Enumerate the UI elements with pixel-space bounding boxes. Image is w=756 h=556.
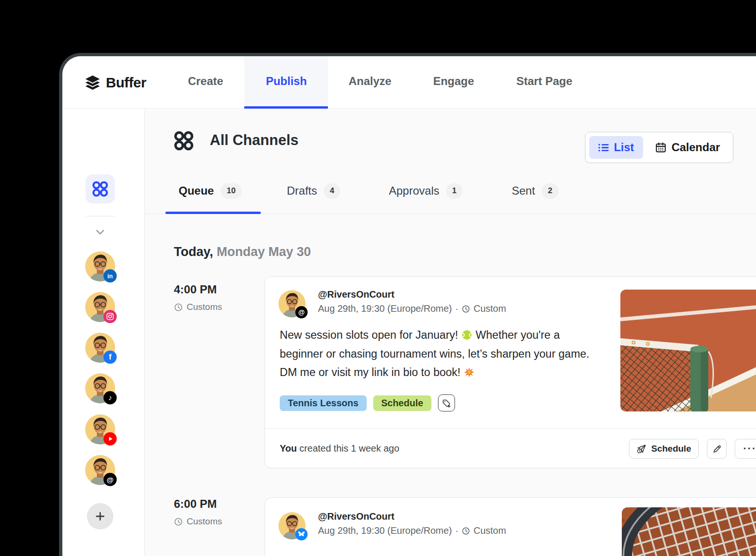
tag-row: Tennis Lessons Schedule [280, 394, 455, 411]
page-title: All Channels [210, 132, 299, 149]
pencil-icon [712, 444, 722, 454]
app-window: Buffer Create Publish Analyze Engage Sta… [59, 53, 756, 556]
channel-facebook[interactable]: f [85, 333, 115, 363]
tennis-ball-emoji [461, 329, 472, 341]
channel-instagram[interactable] [85, 292, 115, 322]
slot-label-text: Customs [187, 302, 222, 312]
tab-sent-label: Sent [512, 184, 535, 197]
clock-icon [174, 303, 183, 312]
day-heading-today: Today, [174, 245, 213, 259]
tab-queue[interactable]: Queue 10 [179, 180, 242, 202]
collision-emoji [464, 367, 475, 378]
add-tag-button[interactable] [438, 394, 455, 411]
channel-sidebar: in f ♪ [62, 109, 145, 556]
created-text: created this 1 week ago [297, 443, 399, 453]
linkedin-icon: in [103, 269, 117, 282]
tab-approvals[interactable]: Approvals 1 [389, 180, 463, 202]
post-meta: Aug 29th, 19:30 (Europe/Rome) · Custom [318, 525, 506, 536]
schedule-button-label: Schedule [651, 444, 691, 454]
tag-schedule[interactable]: Schedule [373, 395, 431, 411]
post-date: Aug 29th, 19:30 (Europe/Rome) [318, 303, 452, 314]
plus-icon [94, 510, 106, 522]
brand-name: Buffer [106, 75, 146, 91]
channels-grid-icon [92, 181, 108, 197]
post-card-footer: You created this 1 week ago Schedule ··· [265, 428, 756, 469]
add-channel-button[interactable] [87, 503, 113, 530]
meta-dot: · [455, 303, 459, 314]
calendar-view-button[interactable]: Calendar [646, 136, 729, 159]
tab-approvals-label: Approvals [389, 184, 439, 197]
channel-linkedin[interactable]: in [85, 251, 115, 282]
schedule-type: Custom [473, 525, 506, 536]
buffer-logo-icon [84, 74, 101, 91]
nav-item-engage[interactable]: Engage [433, 56, 474, 106]
clock-icon [174, 517, 183, 526]
tag-plus-icon [441, 398, 451, 408]
created-info: You created this 1 week ago [280, 443, 399, 454]
tab-drafts-count: 4 [324, 183, 340, 199]
list-icon [598, 143, 609, 152]
tiktok-icon: ♪ [103, 391, 117, 404]
nav-item-analyze[interactable]: Analyze [349, 56, 392, 106]
tab-queue-label: Queue [179, 184, 214, 197]
slot-time: 6:00 PM [174, 497, 217, 511]
nav-item-create[interactable]: Create [188, 56, 223, 106]
tab-drafts-label: Drafts [287, 184, 317, 197]
active-tab-underline [165, 212, 261, 214]
all-channels-button[interactable] [86, 174, 115, 204]
post-body: New session slots open for January! Whet… [280, 326, 606, 382]
day-heading: Today, Monday May 30 [174, 245, 311, 259]
post-avatar [278, 512, 306, 539]
edit-button[interactable] [707, 439, 727, 459]
bluesky-icon [295, 528, 308, 540]
tab-drafts[interactable]: Drafts 4 [287, 180, 340, 202]
clock-icon [462, 527, 470, 535]
post-card: @ @RiversOnCourt Aug 29th, 19:30 (Europe… [265, 276, 756, 468]
list-view-label: List [614, 141, 634, 154]
post-date: Aug 29th, 19:30 (Europe/Rome) [318, 525, 452, 536]
chevron-down-icon[interactable] [94, 226, 106, 238]
clock-icon [462, 305, 470, 313]
facebook-icon: f [103, 351, 117, 364]
list-view-button[interactable]: List [589, 136, 643, 159]
view-toggle: List Calendar [585, 132, 733, 163]
calendar-icon [655, 142, 667, 154]
slot-time: 4:00 PM [174, 283, 217, 296]
marketing-backdrop: Buffer Create Publish Analyze Engage Sta… [0, 0, 756, 556]
main-content: All Channels List Calendar Queue 10 [145, 109, 756, 556]
threads-icon: @ [103, 473, 117, 486]
channel-threads[interactable]: @ [85, 455, 115, 485]
schedule-type: Custom [473, 303, 506, 314]
post-meta: Aug 29th, 19:30 (Europe/Rome) · Custom [318, 303, 506, 314]
tag-tennis-lessons[interactable]: Tennis Lessons [280, 395, 367, 411]
threads-icon: @ [295, 306, 308, 318]
nav-item-start-page[interactable]: Start Page [516, 56, 573, 106]
slot-label: Customs [174, 516, 222, 527]
schedule-button[interactable]: Schedule [629, 439, 699, 459]
meta-dot: · [455, 525, 459, 536]
nav-item-publish[interactable]: Publish [266, 56, 307, 106]
post-handle: @RiversOnCourt [318, 289, 395, 300]
post-image-racket [622, 507, 756, 556]
post-card: @RiversOnCourt Aug 29th, 19:30 (Europe/R… [265, 497, 756, 556]
post-avatar: @ [278, 290, 306, 317]
post-body-text: New session slots open for January! [280, 329, 461, 341]
schedule-send-icon [636, 444, 647, 454]
top-nav: Buffer Create Publish Analyze Engage Sta… [62, 56, 756, 109]
buffer-logo[interactable]: Buffer [84, 56, 146, 109]
sidebar-divider [86, 216, 115, 216]
all-channels-icon [174, 131, 194, 151]
tab-sent[interactable]: Sent 2 [512, 180, 558, 202]
post-handle: @RiversOnCourt [318, 511, 395, 522]
calendar-view-label: Calendar [671, 141, 720, 154]
created-author: You [280, 443, 297, 453]
slot-label-text: Customs [187, 516, 222, 527]
tab-approvals-count: 1 [446, 183, 463, 199]
tab-queue-count: 10 [221, 183, 242, 199]
tab-sent-count: 2 [541, 183, 558, 199]
channel-tiktok[interactable]: ♪ [85, 373, 115, 403]
youtube-icon [103, 432, 117, 445]
channel-youtube[interactable] [85, 414, 115, 445]
more-options-button[interactable]: ··· [735, 439, 756, 459]
post-image-tennis-court [620, 290, 756, 411]
